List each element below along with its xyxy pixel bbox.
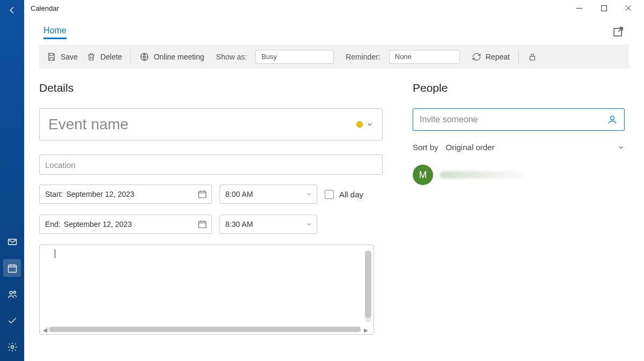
popout-icon[interactable] <box>612 25 625 38</box>
location-input[interactable] <box>45 160 377 170</box>
chevron-down-icon <box>306 191 312 197</box>
person-icon <box>607 114 618 125</box>
invite-field[interactable] <box>413 108 625 131</box>
repeat-button[interactable]: Repeat <box>472 52 510 62</box>
svg-rect-1 <box>8 265 16 272</box>
mail-nav-icon[interactable] <box>3 233 21 251</box>
tab-home[interactable]: Home <box>43 24 67 39</box>
delete-label: Delete <box>100 53 122 61</box>
reminder-dropdown[interactable]: None <box>389 50 460 64</box>
end-label: End: <box>45 220 61 229</box>
show-as-label: Show as: <box>216 53 247 61</box>
vertical-scrollbar[interactable] <box>365 251 371 318</box>
all-day-checkbox[interactable] <box>325 190 334 199</box>
end-time-field[interactable]: 8:30 AM <box>219 215 317 234</box>
sort-by-value: Original order <box>446 143 495 152</box>
settings-nav-icon[interactable] <box>3 338 21 356</box>
svg-point-11 <box>611 116 614 120</box>
start-date-field[interactable]: Start: September 12, 2023 <box>39 185 212 204</box>
online-meeting-button[interactable]: Online meeting <box>140 52 204 62</box>
horizontal-scrollbar[interactable] <box>49 327 361 332</box>
location-field[interactable] <box>39 154 383 175</box>
calendar-nav-icon[interactable] <box>3 259 21 277</box>
delete-button[interactable]: Delete <box>86 52 122 62</box>
category-dot-icon <box>356 121 363 128</box>
svg-rect-9 <box>199 191 206 198</box>
event-name-input[interactable] <box>48 116 356 133</box>
description-field[interactable]: ◀ ▶ <box>39 245 374 335</box>
svg-rect-0 <box>8 239 16 245</box>
end-date-value: September 12, 2023 <box>64 220 197 229</box>
private-button[interactable] <box>528 52 537 62</box>
avatar: M <box>413 165 433 185</box>
online-meeting-label: Online meeting <box>153 53 204 61</box>
start-label: Start: <box>45 190 63 198</box>
start-time-value: 8:00 AM <box>225 190 253 198</box>
svg-rect-10 <box>199 222 206 228</box>
sort-by-dropdown[interactable]: Original order <box>446 143 625 152</box>
category-chevron-icon[interactable] <box>366 121 374 128</box>
repeat-label: Repeat <box>486 53 510 61</box>
svg-rect-8 <box>530 56 535 60</box>
svg-point-2 <box>10 291 12 294</box>
todo-nav-icon[interactable] <box>3 312 21 329</box>
close-button[interactable] <box>616 0 641 16</box>
titlebar: Calendar <box>24 0 644 16</box>
end-time-value: 8:30 AM <box>225 220 253 229</box>
people-heading: People <box>413 82 625 94</box>
ribbon: Save Delete Online meeting Show as: Busy… <box>39 45 629 69</box>
minimize-button[interactable] <box>567 0 591 16</box>
chevron-down-icon <box>306 221 312 227</box>
attendee-row[interactable]: M <box>413 165 625 185</box>
reminder-label: Reminder: <box>346 53 380 61</box>
svg-point-4 <box>11 345 13 348</box>
window-title: Calendar <box>31 4 59 12</box>
attendee-name <box>440 171 525 179</box>
details-heading: Details <box>39 82 383 94</box>
svg-point-3 <box>13 291 16 293</box>
save-button[interactable]: Save <box>47 52 78 62</box>
sort-by-label: Sort by <box>413 143 438 152</box>
all-day-label: All day <box>339 190 363 199</box>
back-button[interactable] <box>6 4 18 16</box>
end-date-field[interactable]: End: September 12, 2023 <box>39 215 212 234</box>
chevron-down-icon <box>617 144 625 151</box>
app-sidebar <box>0 0 24 361</box>
calendar-icon <box>197 189 207 199</box>
start-date-value: September 12, 2023 <box>66 190 197 198</box>
show-as-dropdown[interactable]: Busy <box>255 50 334 64</box>
save-label: Save <box>61 53 78 61</box>
event-name-field[interactable] <box>39 108 383 141</box>
start-time-field[interactable]: 8:00 AM <box>219 185 317 204</box>
people-nav-icon[interactable] <box>3 285 21 303</box>
svg-rect-5 <box>601 5 606 11</box>
calendar-icon <box>197 219 207 229</box>
maximize-button[interactable] <box>591 0 616 16</box>
invite-input[interactable] <box>420 115 607 124</box>
